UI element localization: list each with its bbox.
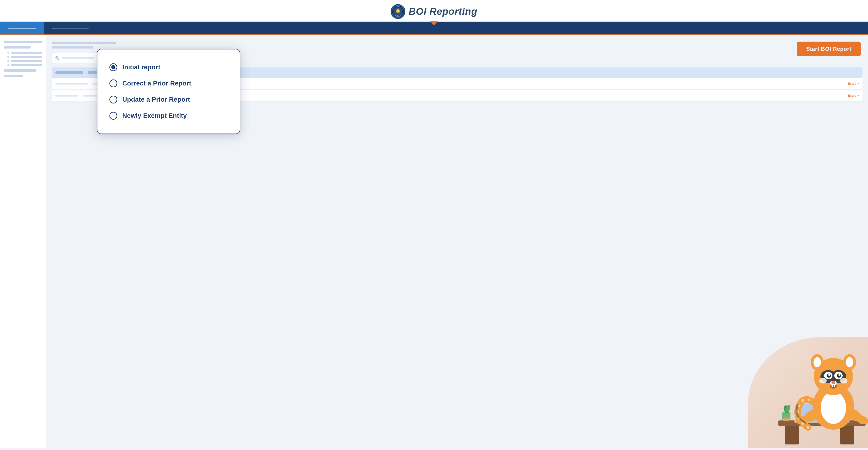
sidebar-dot-icon [7, 56, 9, 58]
radio-initial-dot [111, 65, 116, 69]
breadcrumb-line-2 [52, 46, 93, 49]
radio-option-correct[interactable]: Correct a Prior Report [110, 75, 228, 91]
sidebar-item-3[interactable] [7, 60, 42, 62]
svg-rect-48 [832, 385, 833, 387]
sidebar-line-4 [4, 75, 23, 77]
content-area: 🔍 ▼ ▼ Start > [46, 35, 868, 448]
search-input[interactable]: 🔍 [52, 53, 98, 63]
svg-point-39 [827, 373, 831, 378]
svg-rect-26 [857, 411, 858, 414]
svg-text:★ ★ ★: ★ ★ ★ [395, 15, 401, 17]
svg-rect-20 [783, 418, 789, 421]
nav-rest [44, 22, 96, 34]
radio-option-exempt[interactable]: Newly Exempt Entity [110, 108, 228, 124]
sidebar-line-2 [4, 46, 31, 49]
svg-point-50 [819, 378, 827, 384]
svg-rect-9 [778, 420, 866, 426]
sidebar-line-1 [4, 41, 42, 43]
table-col-header-1 [55, 71, 83, 74]
sidebar-item-2[interactable] [7, 56, 42, 58]
header-pointer [430, 21, 438, 25]
svg-rect-14 [794, 420, 849, 423]
start-link-2[interactable]: Start > [848, 94, 859, 97]
logo-seal: ★ ★ ★ [391, 4, 405, 19]
radio-correct-circle [110, 80, 117, 87]
modal-overlay: Initial report Correct a Prior Report Up… [97, 49, 240, 134]
svg-rect-10 [785, 426, 799, 445]
svg-point-42 [838, 374, 840, 376]
svg-point-31 [813, 357, 821, 367]
svg-point-33 [846, 357, 853, 367]
search-icon: 🔍 [55, 56, 60, 60]
svg-point-27 [813, 384, 854, 430]
radio-initial-label: Initial report [122, 63, 160, 71]
start-boi-button[interactable]: Start BOI Report [797, 41, 861, 56]
svg-point-52 [802, 407, 822, 424]
page-footer [0, 448, 868, 450]
sidebar-dot-icon [7, 52, 9, 54]
svg-point-47 [830, 385, 837, 389]
svg-point-55 [844, 407, 865, 424]
radio-option-update[interactable]: Update a Prior Report [110, 91, 228, 108]
svg-point-51 [840, 378, 847, 384]
svg-point-15 [815, 410, 818, 414]
svg-point-35 [831, 370, 846, 383]
sidebar-line-3 [4, 69, 36, 71]
report-type-modal: Initial report Correct a Prior Report Up… [97, 49, 240, 134]
svg-point-28 [821, 392, 846, 424]
nav-tab-line [8, 28, 36, 29]
svg-rect-19 [782, 412, 790, 420]
nav-active-tab[interactable] [0, 22, 44, 34]
radio-exempt-circle [110, 112, 117, 120]
svg-point-45 [830, 381, 837, 385]
svg-point-29 [814, 358, 853, 395]
sidebar-dot-icon [7, 64, 9, 66]
svg-rect-23 [854, 413, 859, 420]
svg-point-22 [785, 404, 791, 412]
svg-point-21 [783, 405, 790, 414]
svg-point-53 [798, 414, 812, 424]
sidebar-item-4[interactable] [7, 64, 42, 66]
main-content: 🔍 ▼ ▼ Start > [0, 35, 868, 448]
table-cell-1 [55, 83, 88, 85]
svg-rect-49 [834, 385, 835, 387]
svg-point-40 [837, 373, 841, 378]
mascot-area [748, 337, 868, 448]
svg-point-36 [828, 374, 839, 383]
svg-rect-13 [800, 404, 844, 420]
radio-update-circle [110, 96, 117, 103]
start-link-1[interactable]: Start > [848, 82, 859, 86]
sidebar-item-label [11, 64, 42, 66]
breadcrumb-line-1 [52, 41, 116, 44]
svg-point-54 [796, 418, 807, 424]
sidebar-dot-icon [7, 60, 9, 62]
page-header: ★ ★ ★ BOI Reporting [0, 0, 868, 22]
svg-rect-11 [840, 426, 854, 445]
svg-point-38 [834, 372, 843, 379]
svg-rect-24 [854, 410, 855, 414]
app-title: BOI Reporting [409, 6, 477, 17]
sidebar-item-label [11, 56, 42, 58]
radio-exempt-label: Newly Exempt Entity [122, 112, 187, 119]
svg-point-30 [811, 354, 824, 370]
nav-rest-line [52, 28, 89, 29]
sidebar-indent [4, 52, 42, 66]
sidebar [0, 35, 46, 448]
radio-update-label: Update a Prior Report [122, 96, 190, 103]
breadcrumb-area [52, 41, 863, 49]
radio-initial-circle [110, 63, 117, 71]
search-input-placeholder [62, 57, 94, 59]
svg-point-44 [840, 374, 840, 375]
sidebar-item-1[interactable] [7, 52, 42, 54]
svg-point-7 [397, 10, 399, 11]
svg-rect-12 [799, 403, 845, 421]
sidebar-item-label [11, 60, 42, 62]
svg-point-17 [816, 411, 818, 413]
svg-point-57 [858, 418, 868, 424]
sidebar-item-label [11, 52, 42, 54]
radio-option-initial[interactable]: Initial report [110, 59, 228, 75]
radio-correct-label: Correct a Prior Report [122, 80, 191, 87]
svg-point-18 [822, 411, 823, 413]
svg-point-41 [828, 374, 830, 376]
logo-area: ★ ★ ★ BOI Reporting [391, 4, 477, 19]
